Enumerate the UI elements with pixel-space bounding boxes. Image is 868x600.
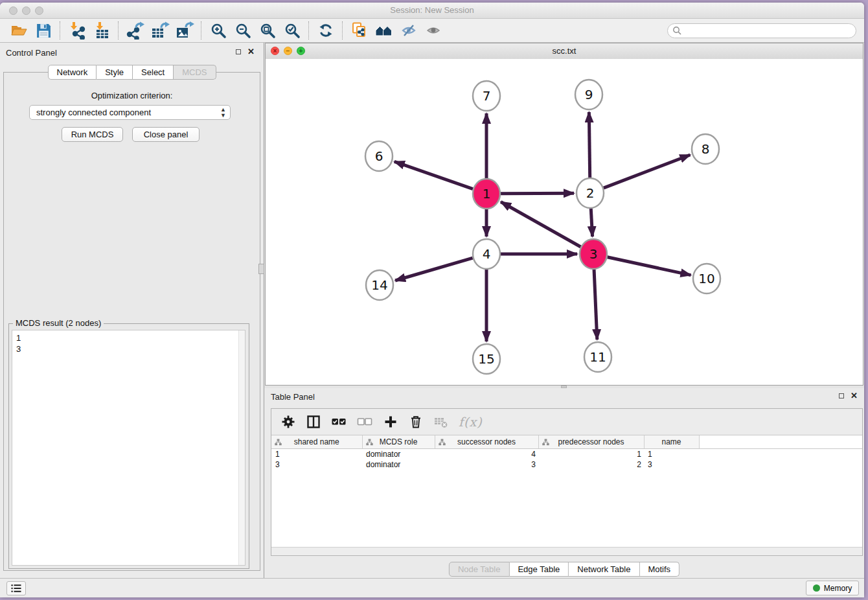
export-image-button[interactable] (172, 20, 197, 41)
export-table-button[interactable] (148, 20, 172, 41)
table-row[interactable]: 3dominator323 (271, 459, 862, 470)
column-header-predecessor-nodes[interactable]: predecessor nodes (538, 435, 644, 449)
memory-button[interactable]: Memory (806, 581, 859, 595)
zoom-in-button[interactable] (206, 20, 231, 41)
column-header-successor-nodes[interactable]: successor nodes (435, 435, 538, 449)
zoom-fit-button[interactable] (255, 20, 280, 41)
table-horizontal-scrollbar[interactable] (271, 547, 862, 555)
memory-status-dot (813, 584, 820, 592)
graph-edge-3-10[interactable] (608, 257, 691, 275)
float-panel-icon[interactable] (236, 49, 241, 54)
graph-node-2[interactable]: 2 (577, 178, 604, 208)
search-icon (672, 26, 682, 36)
graph-edge-1-6[interactable] (394, 161, 473, 189)
import-network-button[interactable] (65, 20, 89, 41)
delete-table-icon-disabled (433, 415, 449, 429)
close-panel-button[interactable]: Close panel (132, 127, 200, 142)
delete-column-icon[interactable] (408, 414, 424, 430)
graph-node-1[interactable]: 1 (473, 179, 500, 209)
import-table-button[interactable] (89, 20, 114, 41)
graph-edge-3-11[interactable] (594, 270, 597, 340)
graph-node-14[interactable]: 14 (366, 270, 393, 300)
graph-node-11[interactable]: 11 (584, 342, 611, 372)
app-window: Session: New Session (0, 3, 864, 597)
graph-edge-2-8[interactable] (604, 155, 691, 188)
export-network-button[interactable] (123, 20, 148, 41)
close-panel-icon[interactable]: ✕ (247, 47, 255, 56)
criterion-dropdown[interactable]: strongly connected component ▲▼ (29, 105, 231, 120)
run-mcds-button[interactable]: Run MCDS (62, 127, 123, 142)
graph-edge-2-9[interactable] (589, 112, 589, 178)
home-views-button[interactable] (372, 20, 396, 41)
mcds-result-area[interactable]: 1 3 (12, 330, 246, 566)
search-input[interactable] (667, 23, 856, 38)
show-log-button[interactable] (6, 581, 26, 595)
table-cell[interactable]: 3 (644, 459, 699, 470)
clone-network-button[interactable] (347, 20, 372, 41)
table-panel-tabs: Node Table Edge Table Network Table Moti… (449, 562, 680, 577)
control-panel-header-buttons: ✕ (236, 47, 255, 56)
settings-gear-icon[interactable] (280, 414, 296, 430)
table-cell[interactable]: 4 (435, 449, 538, 460)
column-header-name[interactable]: name (644, 435, 699, 449)
tab-node-table[interactable]: Node Table (449, 562, 510, 577)
column-header-mcds-role[interactable]: MCDS role (362, 435, 435, 449)
show-columns-icon[interactable] (306, 414, 321, 430)
table-panel-title: Table Panel (271, 392, 315, 402)
tab-style[interactable]: Style (97, 65, 133, 80)
unselect-all-icon[interactable] (357, 414, 373, 430)
graph-node-9[interactable]: 9 (575, 80, 602, 110)
save-session-button[interactable] (31, 20, 56, 41)
network-canvas[interactable]: 7968124314101511 (266, 59, 863, 385)
tab-edge-table[interactable]: Edge Table (509, 562, 569, 577)
toolbar-separator (118, 21, 119, 40)
table-cell[interactable]: dominator (362, 459, 435, 470)
graph-node-6[interactable]: 6 (365, 141, 393, 171)
table-cell[interactable]: 1 (644, 449, 699, 460)
tab-mcds[interactable]: MCDS (174, 65, 216, 80)
hide-selected-button[interactable] (396, 20, 421, 41)
open-session-button[interactable] (6, 20, 31, 41)
zoom-selected-button[interactable] (280, 20, 304, 41)
graph-node-8[interactable]: 8 (692, 134, 719, 164)
chevron-up-down-icon: ▲▼ (220, 107, 226, 119)
table-row[interactable]: 1dominator411 (271, 449, 862, 460)
vertical-splitter-handle[interactable] (258, 264, 264, 274)
close-table-panel-icon[interactable]: ✕ (851, 391, 858, 400)
table-cell[interactable]: 3 (435, 459, 538, 470)
table-panel: Table Panel ✕ (264, 388, 864, 581)
tab-motifs[interactable]: Motifs (639, 562, 680, 577)
app-titlebar: Session: New Session (0, 3, 864, 19)
graph-node-15[interactable]: 15 (473, 344, 500, 374)
select-all-icon[interactable] (331, 414, 347, 430)
table-cell[interactable]: 1 (271, 449, 362, 460)
list-icon (11, 584, 21, 593)
show-all-button[interactable] (421, 20, 446, 41)
add-column-icon[interactable] (383, 414, 398, 430)
graph-node-3[interactable]: 3 (580, 239, 607, 269)
table-cell[interactable]: 2 (538, 459, 644, 470)
svg-text:2: 2 (586, 185, 595, 201)
graph-edge-4-14[interactable] (395, 258, 473, 281)
toolbar-separator (308, 21, 310, 40)
graph-node-10[interactable]: 10 (693, 264, 720, 294)
table-cell[interactable]: 3 (271, 459, 362, 470)
graph-node-7[interactable]: 7 (473, 81, 500, 111)
refresh-button[interactable] (314, 20, 338, 41)
network-view-window: × − + scc.txt 7968124314101511 (265, 43, 863, 386)
graph-node-4[interactable]: 4 (473, 239, 500, 269)
column-header-shared-name[interactable]: shared name (271, 435, 362, 449)
tab-network-table[interactable]: Network Table (569, 562, 639, 577)
table-cell[interactable]: 1 (538, 449, 644, 460)
tab-network[interactable]: Network (47, 65, 97, 80)
table-cell[interactable]: dominator (362, 449, 435, 460)
float-table-panel-icon[interactable] (839, 393, 844, 398)
tab-select[interactable]: Select (133, 65, 174, 80)
graph-edge-3-1[interactable] (501, 202, 580, 246)
result-scrollbar[interactable] (238, 330, 245, 565)
zoom-out-icon (234, 22, 251, 39)
import-network-icon (67, 21, 87, 40)
zoom-out-button[interactable] (231, 20, 255, 41)
graph-edge-2-3[interactable] (591, 209, 592, 237)
graph-edge-1-2[interactable] (501, 193, 574, 194)
